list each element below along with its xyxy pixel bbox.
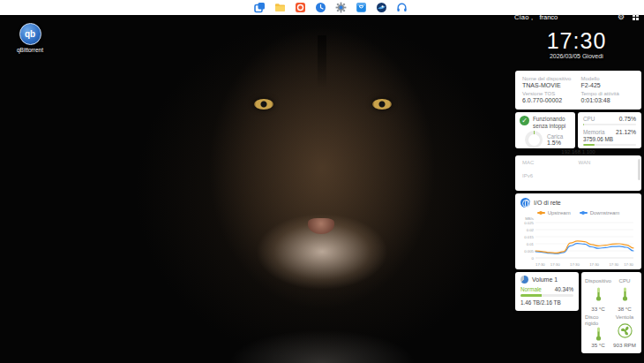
svg-text:MB/s: MB/s (525, 216, 534, 221)
photos-icon[interactable] (295, 2, 306, 13)
memory-label: Memoria (583, 129, 605, 135)
lan-ip-text: 192.168.1.100 (515, 148, 641, 155)
memory-progress-fill (583, 144, 595, 146)
sensors-card: Dispositivo 33 °C CPU 38 °C Disco rigido (581, 272, 641, 353)
volume-progress-fill (520, 294, 542, 297)
volume-pie-icon (520, 276, 528, 284)
svg-text:0.015: 0.015 (524, 235, 534, 239)
health-status-text: Funzionandosenza intoppi (533, 116, 565, 129)
thermometer-icon (621, 284, 629, 306)
svg-text:0.005: 0.005 (524, 249, 534, 253)
network-info-card: MAC WAN IPv6 (515, 155, 641, 191)
sensor-fan: Ventola 903 RPM (611, 313, 638, 349)
network-io-card: I/O di rete Upstream Downstream 00.0050.… (515, 193, 641, 269)
qbittorrent-label: qBittorrent (9, 47, 51, 53)
desktop-icon-qbittorrent[interactable]: qb qBittorrent (9, 23, 51, 53)
cpu-progress-fill (583, 124, 584, 125)
svg-text:17:30: 17:30 (589, 262, 599, 267)
downstream-marker (580, 212, 588, 214)
clock-widget: 17:30 2026/03/05 Giovedì (514, 29, 639, 59)
clock-time: 17:30 (514, 29, 639, 52)
app-center-icon[interactable] (356, 2, 367, 13)
clock-date: 2026/03/05 Giovedì (514, 53, 639, 59)
load-text: Carica 1.5% (547, 133, 563, 146)
svg-text:17:30: 17:30 (570, 262, 580, 267)
desktop: Ciao , franco ⚙ qb qBittorrent 17:30 202… (0, 0, 644, 363)
volume-progress (520, 294, 573, 297)
health-card: ✓ Funzionandosenza intoppi Carica 1.5% (515, 112, 575, 148)
network-io-title: I/O di rete (534, 200, 561, 206)
mac-field: MAC (522, 160, 579, 173)
cpu-label: CPU (583, 116, 595, 122)
device-name-field: Nome del dispositivo TNAS-MOVIE (522, 76, 576, 91)
browser-icon[interactable] (376, 2, 387, 13)
show-apps-grid-icon[interactable] (633, 14, 639, 20)
taskbar-icons (254, 2, 408, 13)
greeting-text: Ciao , (514, 13, 533, 21)
network-globe-icon (520, 198, 530, 208)
volume-title: Volume 1 (532, 276, 558, 283)
memory-progress (583, 144, 636, 146)
app-switcher-icon[interactable] (254, 2, 266, 13)
svg-text:0.02: 0.02 (527, 228, 535, 232)
cpu-progress (583, 124, 636, 125)
file-manager-icon[interactable] (274, 2, 286, 13)
sensor-device-temp: Dispositivo 33 °C (585, 276, 611, 313)
chart-legend: Upstream Downstream (520, 210, 636, 216)
thermometer-icon (595, 326, 603, 342)
preferences-gear-icon[interactable]: ⚙ (618, 13, 625, 21)
lynx-right-eye (372, 99, 392, 110)
legend-downstream[interactable]: Downstream (580, 210, 620, 216)
device-model-field: Modello F2-425 (581, 76, 635, 91)
control-panel-icon[interactable] (335, 2, 347, 13)
lynx-left-eye (254, 99, 273, 110)
card-scrollbar[interactable] (638, 159, 640, 180)
network-chart-svg: 00.0050.010.0150.020.025MB/s17:3017:3017… (520, 216, 636, 268)
cpu-value: 0.75% (619, 116, 636, 122)
memory-amount: 3759.06 MB (583, 136, 636, 142)
load-gauge (525, 131, 543, 148)
widget-column: Nome del dispositivo TNAS-MOVIE Modello … (515, 71, 641, 353)
ipv6-field: IPv6 (522, 173, 579, 186)
volume-status: Normale (520, 286, 542, 292)
tos-version-field: Versione TOS 6.0.770-00002 (522, 91, 576, 106)
qbittorrent-badge: qb (25, 29, 35, 39)
uptime-field: Tempo di attività 0:01:03:48 (581, 91, 635, 106)
svg-text:17:30: 17:30 (609, 262, 618, 267)
svg-text:17:30: 17:30 (550, 262, 560, 267)
resources-card: CPU 0.75% Memoria 21.12% 3759.06 MB (578, 112, 641, 148)
volume-card: Volume 1 Normale 40.34% 1.46 TB/2.16 TB (515, 272, 579, 311)
thermometer-icon (595, 284, 603, 306)
health-check-icon: ✓ (520, 116, 529, 125)
greeting-bar: Ciao , franco ⚙ (514, 11, 639, 22)
fan-icon (618, 320, 633, 342)
sensor-cpu-temp: CPU 38 °C (611, 276, 638, 313)
legend-upstream[interactable]: Upstream (537, 210, 571, 216)
wan-field: WAN (579, 160, 635, 173)
sensor-hdd-temp: Disco rigido 35 °C (585, 313, 611, 349)
svg-text:17:30: 17:30 (535, 262, 545, 267)
upstream-marker (537, 212, 545, 214)
device-info-card: Nome del dispositivo TNAS-MOVIE Modello … (515, 71, 641, 110)
volume-usage: 1.46 TB/2.16 TB (520, 299, 573, 306)
volume-percent: 40.34% (555, 286, 573, 292)
headset-icon[interactable] (396, 2, 408, 13)
memory-value: 21.12% (616, 129, 636, 135)
svg-text:0.025: 0.025 (524, 221, 534, 225)
svg-text:0.01: 0.01 (527, 242, 535, 246)
svg-text:17:30: 17:30 (624, 262, 633, 267)
lynx-nose (308, 218, 334, 234)
svg-text:0: 0 (532, 256, 535, 261)
greeting-username[interactable]: franco (539, 13, 558, 21)
lynx-forehead-stripe (318, 35, 326, 88)
qbittorrent-icon: qb (19, 23, 41, 45)
backup-clock-icon[interactable] (315, 2, 326, 13)
